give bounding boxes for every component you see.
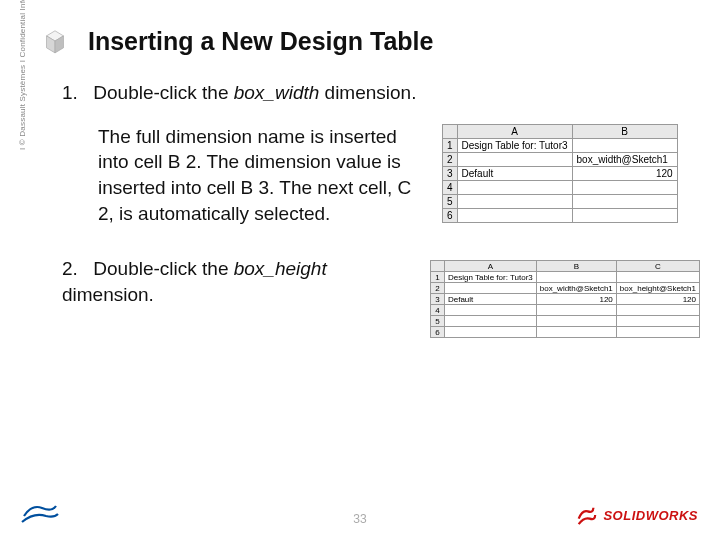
cell: Design Table for: Tutor3 xyxy=(457,138,572,152)
step-2-text-before: Double-click the xyxy=(93,258,233,279)
step-1-number: 1. xyxy=(62,80,88,106)
solidworks-mark-icon xyxy=(575,504,597,526)
cell xyxy=(616,327,699,338)
cell xyxy=(457,152,572,166)
cell: 120 xyxy=(536,294,616,305)
col-header: A xyxy=(457,124,572,138)
step-1-text-before: Double-click the xyxy=(93,82,233,103)
step-1-text-after: dimension. xyxy=(319,82,416,103)
cell xyxy=(457,208,572,222)
cell xyxy=(616,305,699,316)
cell: box_width@Sketch1 xyxy=(536,283,616,294)
step-2-number: 2. xyxy=(62,256,88,282)
cell: box_width@Sketch1 xyxy=(572,152,677,166)
step-2: 2. Double-click the box_height dimension… xyxy=(62,256,416,307)
cell: Default xyxy=(444,294,536,305)
cell xyxy=(536,316,616,327)
row-header: 1 xyxy=(430,272,444,283)
spreadsheet-2: ABC1Design Table for: Tutor32box_width@S… xyxy=(430,260,700,338)
cell xyxy=(457,194,572,208)
solidworks-wordmark: SOLIDWORKS xyxy=(603,508,698,523)
row-header: 6 xyxy=(430,327,444,338)
cell xyxy=(572,138,677,152)
solidworks-logo: SOLIDWORKS xyxy=(575,504,698,526)
step-2-text-after: dimension. xyxy=(62,284,154,305)
step-2-em: box_height xyxy=(234,258,327,279)
col-header: C xyxy=(616,261,699,272)
row-header: 6 xyxy=(443,208,458,222)
cell xyxy=(572,208,677,222)
cell: 120 xyxy=(572,166,677,180)
cell: Design Table for: Tutor3 xyxy=(444,272,536,283)
cell xyxy=(536,272,616,283)
slide-title: Inserting a New Design Table xyxy=(88,27,433,56)
row-header: 2 xyxy=(430,283,444,294)
cell xyxy=(616,316,699,327)
cell xyxy=(616,272,699,283)
row-header: 4 xyxy=(430,305,444,316)
dassault-logo xyxy=(18,498,62,528)
cell: Default xyxy=(457,166,572,180)
row-header: 1 xyxy=(443,138,458,152)
cell: box_height@Sketch1 xyxy=(616,283,699,294)
row-header: 4 xyxy=(443,180,458,194)
col-header: B xyxy=(536,261,616,272)
confidential-sidebar: Ι © Dassault Systèmes Ι Confidential Inf… xyxy=(18,0,30,150)
cell xyxy=(444,316,536,327)
cell xyxy=(572,180,677,194)
explanation-text: The full dimension name is inserted into… xyxy=(98,124,428,227)
cell xyxy=(536,305,616,316)
row-header: 3 xyxy=(443,166,458,180)
cube-icon xyxy=(38,24,72,58)
cell: 120 xyxy=(616,294,699,305)
cell xyxy=(536,327,616,338)
step-1: 1. Double-click the box_width dimension. xyxy=(62,80,700,106)
row-header: 2 xyxy=(443,152,458,166)
col-header: B xyxy=(572,124,677,138)
spreadsheet-1: AB1Design Table for: Tutor32box_width@Sk… xyxy=(442,124,678,223)
cell xyxy=(457,180,572,194)
row-header: 5 xyxy=(430,316,444,327)
cell xyxy=(444,305,536,316)
cell xyxy=(444,327,536,338)
cell xyxy=(444,283,536,294)
col-header: A xyxy=(444,261,536,272)
step-1-em: box_width xyxy=(234,82,320,103)
row-header: 3 xyxy=(430,294,444,305)
cell xyxy=(572,194,677,208)
row-header: 5 xyxy=(443,194,458,208)
